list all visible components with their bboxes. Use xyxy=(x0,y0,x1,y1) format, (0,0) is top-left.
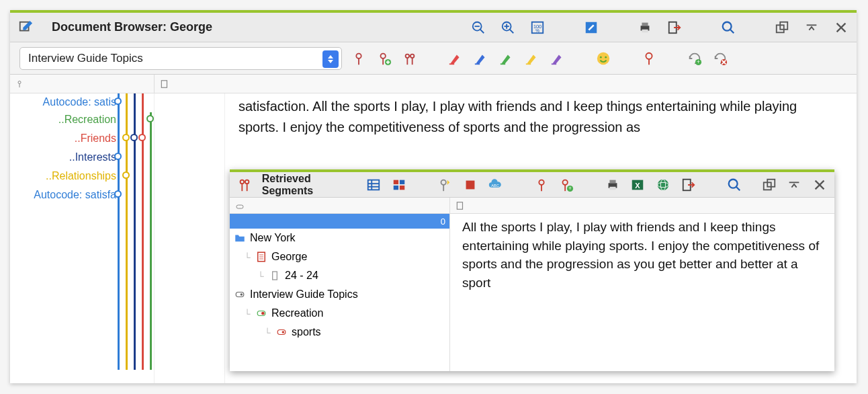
svg-line-84 xyxy=(736,186,740,190)
tree-row-topic[interactable]: Interview Guide Topics xyxy=(230,285,449,304)
highlighter-blue-icon[interactable] xyxy=(472,50,490,67)
code-add-icon[interactable]: + xyxy=(558,176,574,194)
svg-point-31 xyxy=(410,54,415,58)
svg-rect-14 xyxy=(642,29,648,32)
zoom-out-icon[interactable] xyxy=(470,19,487,36)
retrieved-segments-titlebar: Retrieved Segments ABC + X xyxy=(230,172,834,198)
svg-rect-36 xyxy=(501,63,505,65)
svg-rect-56 xyxy=(368,180,380,190)
code-node[interactable] xyxy=(122,134,130,141)
svg-text:ABC: ABC xyxy=(492,183,499,187)
segments-column-header xyxy=(230,198,834,214)
svg-rect-96 xyxy=(273,272,277,280)
tree-topic-label: Interview Guide Topics xyxy=(250,288,358,301)
edit-mode-icon[interactable] xyxy=(582,19,600,36)
svg-rect-61 xyxy=(400,180,404,184)
export-icon[interactable] xyxy=(681,176,697,194)
refresh-add-icon[interactable]: + xyxy=(686,50,703,67)
emoji-icon[interactable] xyxy=(595,50,612,67)
tree-row-subcode[interactable]: └ sports xyxy=(230,323,449,342)
zoom-100-icon[interactable]: 100% xyxy=(529,19,546,36)
smart-code-icon[interactable] xyxy=(437,176,453,194)
subcode-icon xyxy=(275,326,288,338)
code-label[interactable]: ..Relationships xyxy=(46,170,116,182)
edit-icon[interactable] xyxy=(17,19,34,36)
tree-row-range[interactable]: └ 24 - 24 xyxy=(230,266,449,285)
code-label[interactable]: ..Recreation xyxy=(58,114,116,126)
selected-row-indicator[interactable]: 0 xyxy=(230,214,449,229)
memo-column-header[interactable] xyxy=(155,75,857,93)
code-add-icon[interactable] xyxy=(376,50,393,67)
svg-point-100 xyxy=(261,312,265,315)
svg-rect-62 xyxy=(394,185,398,189)
maximize-icon[interactable] xyxy=(786,176,802,194)
code-column-header[interactable] xyxy=(10,75,155,93)
code-node[interactable] xyxy=(138,134,146,141)
code-label[interactable]: ..Interests xyxy=(69,151,116,163)
svg-rect-60 xyxy=(394,180,398,184)
highlighter-yellow-icon[interactable] xyxy=(523,50,541,67)
refresh-remove-icon[interactable] xyxy=(711,50,729,67)
range-icon xyxy=(269,270,281,282)
document-browser-toolbar: Interview Guide Topics + xyxy=(10,42,857,75)
tree-branch-icon: └ xyxy=(243,309,251,319)
zoom-in-icon[interactable] xyxy=(499,19,517,36)
svg-rect-90 xyxy=(236,205,243,208)
word-cloud-icon[interactable]: ABC xyxy=(488,176,504,194)
svg-rect-97 xyxy=(236,292,244,297)
window-title: Document Browser: George xyxy=(52,20,212,34)
undock-icon[interactable] xyxy=(761,176,777,194)
code-icon[interactable] xyxy=(350,50,367,67)
code-label[interactable]: Autocode: satis xyxy=(43,96,116,108)
search-icon[interactable] xyxy=(720,19,737,36)
matrix-icon[interactable] xyxy=(391,176,407,194)
code-single-icon[interactable] xyxy=(533,176,550,194)
stop-icon[interactable] xyxy=(462,176,478,194)
topic-select[interactable]: Interview Guide Topics xyxy=(19,47,342,70)
svg-rect-91 xyxy=(457,202,462,209)
print-icon[interactable] xyxy=(605,176,621,194)
highlighter-purple-icon[interactable] xyxy=(549,50,566,67)
segment-text[interactable]: All the sports I play, I play with frien… xyxy=(450,214,834,371)
code-node[interactable] xyxy=(114,153,122,160)
export-icon[interactable] xyxy=(666,19,683,36)
code-node[interactable] xyxy=(122,171,130,179)
svg-point-79 xyxy=(658,179,669,190)
excel-icon[interactable]: X xyxy=(630,176,646,194)
svg-point-23 xyxy=(356,53,361,58)
undock-icon[interactable] xyxy=(773,19,791,36)
maximize-icon[interactable] xyxy=(803,19,820,36)
topic-icon xyxy=(234,288,246,301)
print-icon[interactable] xyxy=(636,19,654,36)
pin-icon[interactable] xyxy=(640,50,658,67)
tree-row-folder[interactable]: New York xyxy=(230,229,449,247)
code-link-icon[interactable] xyxy=(401,50,419,67)
code-strip: Autocode: satis ..Recreation ..Friends .… xyxy=(10,93,155,383)
code-label[interactable]: Autocode: satisfa xyxy=(34,189,116,201)
segment-codes-icon[interactable] xyxy=(236,176,253,194)
highlighter-green-icon[interactable] xyxy=(498,50,515,67)
highlighter-red-icon[interactable] xyxy=(447,50,464,67)
close-icon[interactable] xyxy=(832,19,850,36)
origin-column-header[interactable] xyxy=(230,198,450,213)
code-node[interactable] xyxy=(130,134,138,141)
text-column-header[interactable] xyxy=(450,198,834,213)
code-node[interactable] xyxy=(114,97,122,105)
svg-point-83 xyxy=(729,179,738,188)
code-node[interactable] xyxy=(146,115,154,122)
document-browser-titlebar: Document Browser: George 100% xyxy=(10,13,857,42)
tree-code-label: Recreation xyxy=(271,307,323,319)
close-icon[interactable] xyxy=(812,176,828,194)
tree-row-document[interactable]: └ George xyxy=(230,247,449,266)
svg-point-30 xyxy=(406,54,410,58)
tree-row-code[interactable]: └ Recreation xyxy=(230,304,449,323)
code-label[interactable]: ..Friends xyxy=(75,132,116,145)
table-view-icon[interactable] xyxy=(365,176,382,194)
window-title: Retrieved Segments xyxy=(262,173,356,197)
svg-rect-37 xyxy=(526,63,531,65)
search-icon[interactable] xyxy=(726,176,742,194)
svg-line-17 xyxy=(730,29,734,33)
web-icon[interactable] xyxy=(655,176,671,194)
svg-rect-13 xyxy=(642,22,648,26)
code-node[interactable] xyxy=(114,190,122,198)
